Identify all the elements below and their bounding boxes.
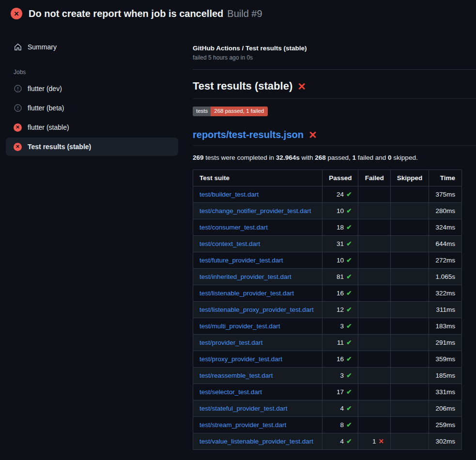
table-row: test/selector_test.dart 17✔ 331ms xyxy=(193,383,462,400)
sidebar-item-summary[interactable]: Summary xyxy=(6,38,178,56)
table-row: test/stream_provider_test.dart 8✔ 259ms xyxy=(193,416,462,433)
x-icon: ✕ xyxy=(378,438,384,445)
sidebar-item-test-results-stable[interactable]: ✕ Test results (stable) xyxy=(6,138,178,156)
suite-cell: test/value_listenable_provider_test.dart xyxy=(193,433,322,449)
run-meta: failed 5 hours ago in 0s xyxy=(193,54,476,61)
passed-cell: 31✔ xyxy=(322,235,358,252)
section-title-text: Test results (stable) xyxy=(193,80,292,92)
check-icon: ✔ xyxy=(346,388,352,396)
table-row: test/listenable_proxy_provider_test.dart… xyxy=(193,301,462,318)
check-icon: ✔ xyxy=(346,191,352,198)
x-circle-icon: ✕ xyxy=(11,8,22,19)
suite-link[interactable]: test/stateful_provider_test.dart xyxy=(200,405,288,412)
check-icon: ✔ xyxy=(346,339,352,346)
check-icon: ✔ xyxy=(346,273,352,280)
suite-link[interactable]: test/consumer_test.dart xyxy=(200,224,268,231)
check-icon: ✔ xyxy=(346,207,352,215)
suite-link[interactable]: test/reassemble_test.dart xyxy=(200,372,273,379)
table-row: test/value_listenable_provider_test.dart… xyxy=(193,433,462,449)
table-row: test/provider_test.dart 11✔ 291ms xyxy=(193,334,462,351)
tests-badge: tests 268 passed, 1 failed xyxy=(193,107,268,116)
passed-cell: 81✔ xyxy=(322,268,358,285)
sidebar-item-flutter-beta[interactable]: flutter (beta) xyxy=(6,99,178,117)
suite-cell: test/consumer_test.dart xyxy=(193,219,322,235)
suite-link[interactable]: test/context_test.dart xyxy=(200,240,260,247)
check-icon: ✔ xyxy=(346,372,352,379)
skipped-cell xyxy=(390,433,429,449)
suite-link[interactable]: test/multi_provider_test.dart xyxy=(200,322,280,330)
suite-link[interactable]: test/stream_provider_test.dart xyxy=(200,421,286,429)
table-row: test/reassemble_test.dart 3✔ 185ms xyxy=(193,367,462,383)
run-header: ✕ Do not create report when job is cance… xyxy=(0,0,476,27)
table-row: test/multi_provider_test.dart 3✔ 183ms xyxy=(193,318,462,334)
sidebar-item-label: Test results (stable) xyxy=(28,143,91,151)
failed-cell xyxy=(358,235,390,252)
table-row: test/inherited_provider_test.dart 81✔ 1.… xyxy=(193,268,462,285)
report-link[interactable]: reports/test-results.json xyxy=(193,129,304,140)
suite-cell: test/future_provider_test.dart xyxy=(193,252,322,268)
sidebar-item-label: flutter (stable) xyxy=(28,123,69,131)
suite-link[interactable]: test/value_listenable_provider_test.dart xyxy=(200,438,313,445)
suite-link[interactable]: test/inherited_provider_test.dart xyxy=(200,273,292,280)
suite-link[interactable]: test/future_provider_test.dart xyxy=(200,257,283,264)
suite-link[interactable]: test/change_notifier_provider_test.dart xyxy=(200,207,311,215)
suite-link[interactable]: test/provider_test.dart xyxy=(200,339,263,346)
suite-cell: test/stateful_provider_test.dart xyxy=(193,400,322,416)
skipped-cell xyxy=(390,202,429,219)
x-circle-icon: ✕ xyxy=(14,143,22,151)
sidebar-item-flutter-stable[interactable]: ✕ flutter (stable) xyxy=(6,118,178,137)
sidebar-item-flutter-dev[interactable]: flutter (dev) xyxy=(6,79,178,98)
time-cell: 311ms xyxy=(429,301,462,318)
table-row: test/change_notifier_provider_test.dart … xyxy=(193,202,462,219)
suite-cell: test/multi_provider_test.dart xyxy=(193,318,322,334)
check-icon: ✔ xyxy=(346,224,352,231)
table-row: test/listenable_provider_test.dart 16✔ 3… xyxy=(193,285,462,301)
skipped-cell xyxy=(390,301,429,318)
suite-cell: test/listenable_provider_test.dart xyxy=(193,285,322,301)
suite-link[interactable]: test/listenable_provider_test.dart xyxy=(200,290,294,297)
section-title: Test results (stable) ✕ xyxy=(193,80,476,99)
test-results-table: Test suite Passed Failed Skipped Time te… xyxy=(193,169,462,450)
test-table-body: test/builder_test.dart 24✔ 375ms test/ch… xyxy=(193,186,462,449)
skipped-cell xyxy=(390,367,429,383)
check-icon: ✔ xyxy=(346,240,352,247)
table-row: test/future_provider_test.dart 10✔ 272ms xyxy=(193,252,462,268)
divider xyxy=(193,69,476,70)
suite-link[interactable]: test/listenable_proxy_provider_test.dart xyxy=(200,306,314,313)
failed-x-icon: ✕ xyxy=(297,81,306,92)
run-title: Do not create report when job is cancell… xyxy=(29,8,223,19)
skipped-cell xyxy=(390,285,429,301)
time-cell: 185ms xyxy=(429,367,462,383)
table-row: test/consumer_test.dart 18✔ 324ms xyxy=(193,219,462,235)
failed-cell xyxy=(358,334,390,351)
suite-link[interactable]: test/builder_test.dart xyxy=(200,191,259,198)
passed-count: 268 xyxy=(315,154,326,161)
col-test-suite: Test suite xyxy=(193,169,322,186)
check-icon: ✔ xyxy=(346,306,352,313)
main-content: GitHub Actions / Test results (stable) f… xyxy=(184,27,476,450)
check-icon: ✔ xyxy=(346,355,352,363)
suite-cell: test/change_notifier_provider_test.dart xyxy=(193,202,322,219)
passed-cell: 8✔ xyxy=(322,416,358,433)
failed-x-icon: ✕ xyxy=(308,130,317,140)
suite-link[interactable]: test/proxy_provider_test.dart xyxy=(200,355,282,363)
suite-cell: test/inherited_provider_test.dart xyxy=(193,268,322,285)
suite-cell: test/builder_test.dart xyxy=(193,186,322,202)
failed-cell xyxy=(358,318,390,334)
suite-cell: test/listenable_proxy_provider_test.dart xyxy=(193,301,322,318)
failed-cell xyxy=(358,301,390,318)
breadcrumb: GitHub Actions / Test results (stable) xyxy=(193,45,476,52)
sidebar-item-label: flutter (dev) xyxy=(28,85,62,92)
skipped-cell xyxy=(390,252,429,268)
check-icon: ✔ xyxy=(346,290,352,297)
failed-cell xyxy=(358,351,390,367)
table-header-row: Test suite Passed Failed Skipped Time xyxy=(193,169,462,186)
time-cell: 359ms xyxy=(429,351,462,367)
jobs-section-label: Jobs xyxy=(14,69,184,76)
skipped-cell xyxy=(390,383,429,400)
skipped-cell xyxy=(390,318,429,334)
check-icon: ✔ xyxy=(346,438,352,445)
suite-link[interactable]: test/selector_test.dart xyxy=(200,388,262,396)
x-circle-icon: ✕ xyxy=(14,123,22,132)
tests-badge-value: 268 passed, 1 failed xyxy=(211,107,268,116)
